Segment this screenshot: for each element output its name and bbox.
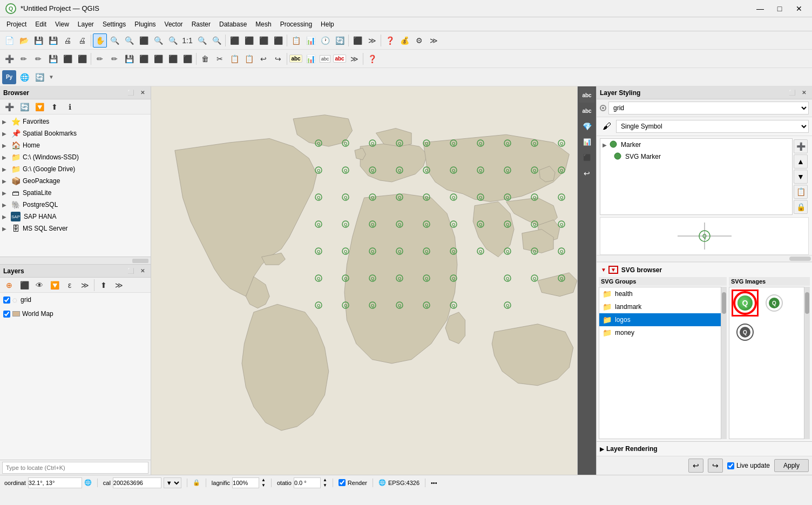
labeling2-button[interactable]: abc	[579, 103, 594, 118]
deselect-button[interactable]: ⬛	[242, 33, 256, 48]
browser-spatial-bookmarks[interactable]: ▶ 📌 Spatial Bookmarks	[0, 127, 151, 139]
svg-images-scrollbar[interactable]	[804, 287, 810, 439]
print-button[interactable]: 🖨	[75, 33, 89, 48]
qgis-logo-thumb-1[interactable]: Q	[761, 289, 788, 317]
close-button[interactable]: ✕	[791, 3, 807, 14]
zoom-layer-button[interactable]: 🔍	[166, 33, 180, 48]
menu-processing[interactable]: Processing	[276, 19, 316, 29]
layer-grid[interactable]: ◌ grid	[0, 293, 151, 307]
menu-vector[interactable]: Vector	[160, 19, 187, 29]
svg-group-logos[interactable]: 📁 logos	[599, 313, 721, 326]
browser-sap-hana[interactable]: ▶ SAP SAP HANA	[0, 211, 151, 223]
node-tools-button[interactable]: ⬛	[166, 52, 180, 66]
browser-refresh-button[interactable]: 🔄	[17, 100, 31, 114]
styling-close-button[interactable]: ✕	[799, 88, 809, 98]
browser-close-button[interactable]: ✕	[138, 88, 147, 98]
rotation-input[interactable]	[294, 477, 321, 488]
save2-button[interactable]: 💾	[122, 52, 136, 66]
layers-overflow-button[interactable]: ≫	[112, 278, 126, 292]
copy-button[interactable]: 📋	[227, 52, 241, 66]
live-update-checkbox[interactable]	[727, 462, 734, 469]
pan-map-button[interactable]: ✋	[93, 33, 107, 48]
identify-button[interactable]: 🔍	[209, 33, 224, 48]
browser-info-button[interactable]: ℹ	[63, 100, 77, 114]
move-up-symbol-button[interactable]: ▲	[794, 154, 808, 169]
select-location-button[interactable]: ⬛	[256, 33, 270, 48]
styling-float-button[interactable]: ⬜	[787, 88, 797, 98]
settings-button[interactable]: ⚙	[412, 33, 426, 48]
style-redo-button[interactable]: ↪	[708, 459, 723, 473]
menu-raster[interactable]: Raster	[187, 19, 215, 29]
menu-help[interactable]: Help	[316, 19, 339, 29]
browser-add-button[interactable]: ➕	[2, 100, 16, 114]
select-button[interactable]: ⬛	[227, 33, 241, 48]
magnify-down[interactable]: ▼	[261, 483, 266, 488]
svg-group-landmark[interactable]: 📁 landmark	[599, 300, 721, 313]
zoom-native-button[interactable]: 1:1	[180, 33, 194, 48]
print-layout-button[interactable]: 🖨	[60, 33, 75, 48]
layer-worldmap-checkbox[interactable]	[3, 311, 10, 318]
zoom-full-button[interactable]: ⬛	[137, 33, 151, 48]
layers-visibility-button[interactable]: 👁	[32, 278, 46, 292]
delete-button[interactable]: 🗑	[198, 52, 212, 66]
menu-mesh[interactable]: Mesh	[251, 19, 275, 29]
save-as-button[interactable]: 💾	[46, 33, 60, 48]
duplicate-symbol-button[interactable]: 📋	[794, 185, 808, 199]
svg-groups-scrollbar[interactable]	[721, 287, 727, 439]
crs-label[interactable]: EPSG:4326	[388, 480, 419, 486]
magnify-input[interactable]	[232, 477, 259, 488]
menu-project[interactable]: Project	[2, 19, 31, 29]
browser-filter-button[interactable]: 🔽	[32, 100, 46, 114]
snapping-button[interactable]: ⬛	[60, 52, 75, 66]
3d-view-button[interactable]: 💎	[579, 119, 594, 134]
layer-select[interactable]: grid	[608, 102, 809, 115]
style-undo-button[interactable]: ↩	[688, 459, 703, 473]
browser-windows-ssd[interactable]: ▶ 📁 C:\ (Windows-SSD)	[0, 151, 151, 163]
scale-select[interactable]: ▼	[164, 477, 181, 488]
save-project-button[interactable]: 💾	[31, 33, 45, 48]
zoom-in-button[interactable]: 🔍	[107, 33, 121, 48]
reshape-button[interactable]: ⬛	[180, 52, 194, 66]
svg-group-money[interactable]: 📁 money	[599, 326, 721, 339]
more3-button[interactable]: ≫	[347, 52, 361, 66]
shape-tools-button[interactable]: ⬛	[137, 52, 151, 66]
menu-layer[interactable]: Layer	[73, 19, 98, 29]
layers-float-button[interactable]: ⬜	[126, 266, 136, 276]
undo-v-button[interactable]: ↩	[579, 166, 594, 181]
minimize-button[interactable]: —	[753, 3, 768, 14]
tracing-button[interactable]: ⬛	[75, 52, 89, 66]
browser-collapse-button[interactable]: ⬆	[48, 100, 62, 114]
python-btn[interactable]: Py	[2, 70, 16, 84]
help-button[interactable]: ❓	[383, 33, 397, 48]
zoom-selection-button[interactable]: 🔍	[151, 33, 165, 48]
label-red-button[interactable]: abc	[333, 52, 347, 66]
new-project-button[interactable]: 📄	[2, 33, 16, 48]
diagram-button[interactable]: 📊	[303, 52, 317, 66]
layers-close-button[interactable]: ✕	[138, 266, 147, 276]
layer-grid-checkbox[interactable]	[3, 297, 10, 304]
rotation-down[interactable]: ▼	[323, 483, 327, 488]
browser-mssql[interactable]: ▶ 🗄 MS SQL Server	[0, 223, 151, 234]
layers-manage-button[interactable]: ⬛	[17, 278, 31, 292]
menu-database[interactable]: Database	[215, 19, 251, 29]
more-button[interactable]: ≫	[365, 33, 379, 48]
browser-geopackage[interactable]: ▶ 📦 GeoPackage	[0, 175, 151, 187]
cut-button[interactable]: ✂	[213, 52, 227, 66]
browser-google-drive[interactable]: ▶ 📁 G:\ (Google Drive)	[0, 163, 151, 175]
layers-add-button[interactable]: ⊕	[2, 278, 16, 292]
coordinate-input[interactable]	[28, 477, 82, 488]
magnify-up[interactable]: ▲	[261, 477, 266, 483]
select-radius-button[interactable]: ⬛	[271, 33, 285, 48]
render-checkbox[interactable]	[339, 479, 346, 486]
select-feature-button[interactable]: ⬛	[350, 33, 364, 48]
symbol-svg-marker-item[interactable]: SVG Marker	[600, 151, 792, 163]
browser-postgresql[interactable]: ▶ 🐘 PostgreSQL	[0, 199, 151, 211]
symbol-marker-item[interactable]: ▶ Marker	[600, 139, 792, 151]
menu-edit[interactable]: Edit	[31, 19, 51, 29]
menu-view[interactable]: View	[51, 19, 73, 29]
more2-button[interactable]: ≫	[427, 33, 441, 48]
redo-edit-button[interactable]: ↪	[271, 52, 285, 66]
rotation-up[interactable]: ▲	[323, 477, 327, 483]
labeling-button[interactable]: abc	[579, 87, 594, 103]
lock-symbol-button[interactable]: 🔒	[794, 200, 808, 214]
